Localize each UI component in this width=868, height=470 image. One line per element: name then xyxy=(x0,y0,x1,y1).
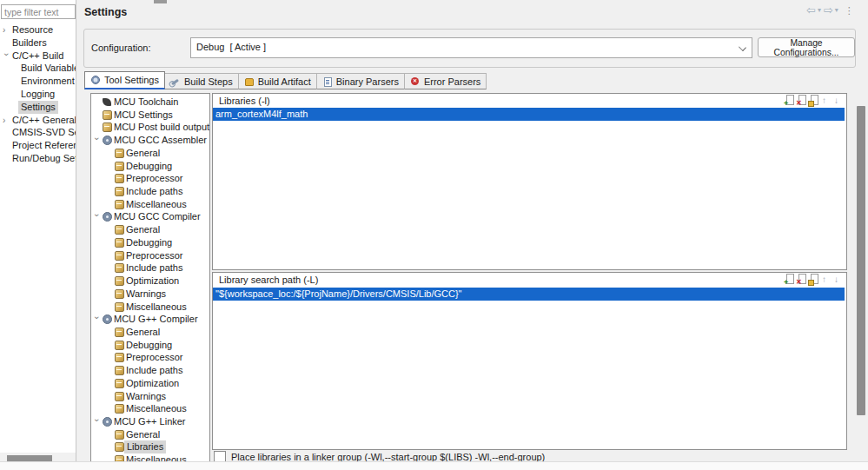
tool-tree-item-general[interactable]: General xyxy=(91,326,209,339)
libraries-panel-header: Libraries (-l) +✕↑↓ xyxy=(213,94,846,108)
view-menu-icon[interactable]: ⋮ xyxy=(845,5,854,17)
sidebar-item-label: Settings xyxy=(18,101,58,114)
binary-parsers-icon xyxy=(322,76,333,87)
category-icon xyxy=(115,392,124,401)
tool-tree-item-general[interactable]: General xyxy=(91,223,209,236)
chevron-collapsed-icon[interactable]: › xyxy=(3,115,10,126)
edit-icon[interactable] xyxy=(808,274,819,285)
tab-binary-parsers[interactable]: Binary Parsers xyxy=(316,73,405,89)
move-up-icon[interactable]: ↑ xyxy=(820,274,832,285)
tool-tree-item-general[interactable]: General xyxy=(91,147,209,160)
properties-dialog: ›ResourceBuilders›C/C++ BuildBuild Varia… xyxy=(0,0,868,470)
tool-tree-item-libraries[interactable]: Libraries xyxy=(91,440,209,453)
tool-tree-item-debugging[interactable]: Debugging xyxy=(91,339,209,352)
tool-tree-item-mcu-toolchain[interactable]: MCU Toolchain xyxy=(91,96,209,109)
filter-input[interactable] xyxy=(1,4,76,19)
tool-tree-item-warnings[interactable]: Warnings xyxy=(91,390,209,403)
tab-build-artifact[interactable]: Build Artifact xyxy=(238,73,317,89)
tool-tree-item-label: Include paths xyxy=(126,185,182,198)
category-icon xyxy=(115,430,124,440)
category-icon xyxy=(115,276,124,286)
sidebar-item-cmsis-svd-settings[interactable]: CMSIS-SVD Settings xyxy=(0,126,76,139)
edit-icon[interactable] xyxy=(808,95,819,106)
scrollbar-thumb[interactable] xyxy=(7,455,52,461)
sidebar-item-settings[interactable]: Settings xyxy=(0,101,76,114)
forward-icon[interactable]: ⇨ xyxy=(824,3,833,17)
tool-tree-item-preprocessor[interactable]: Preprocessor xyxy=(91,351,209,364)
sidebar-item-c-c-build[interactable]: ›C/C++ Build xyxy=(0,50,76,63)
category-icon xyxy=(115,328,124,337)
tool-tree-item-include-paths[interactable]: Include paths xyxy=(91,261,209,275)
tool-tree-item-mcu-gcc-compiler[interactable]: ›MCU GCC Compiler xyxy=(91,210,209,223)
sidebar-item-logging[interactable]: Logging xyxy=(0,88,76,101)
tab-tool-settings[interactable]: Tool Settings xyxy=(84,71,165,89)
tool-tree-item-label: Debugging xyxy=(126,236,172,249)
sidebar-item-label: Builders xyxy=(12,36,47,50)
search-path-list-item[interactable]: "${workspace_loc:/${ProjName}/Drivers/CM… xyxy=(213,288,845,301)
add-icon[interactable]: + xyxy=(784,95,795,106)
sidebar-item-environment[interactable]: Environment xyxy=(0,75,76,88)
tool-tree-item-label: Optimization xyxy=(126,377,179,390)
move-down-icon[interactable]: ↓ xyxy=(832,95,844,106)
chevron-expanded-icon[interactable]: › xyxy=(91,419,103,426)
tab-label: Binary Parsers xyxy=(336,76,399,87)
tool-tree-item-warnings[interactable]: Warnings xyxy=(91,288,209,301)
tool-tree-item-miscellaneous[interactable]: Miscellaneous xyxy=(91,402,209,415)
tool-tree-item-optimization[interactable]: Optimization xyxy=(91,377,209,390)
tool-tree-item-label: General xyxy=(126,326,160,339)
vertical-scrollbar-thumb[interactable] xyxy=(857,106,865,415)
forward-menu-icon[interactable]: ▾ xyxy=(835,3,838,17)
tool-tree-item-label: Debugging xyxy=(126,160,172,173)
tool-tree-item-preprocessor[interactable]: Preprocessor xyxy=(91,172,209,185)
category-icon xyxy=(115,341,124,350)
search-path-panel-title: Library search path (-L) xyxy=(219,275,318,285)
tool-tree-item-optimization[interactable]: Optimization xyxy=(91,275,209,288)
tool-tree-item-label: MCU GCC Compiler xyxy=(114,210,201,223)
delete-icon[interactable]: ✕ xyxy=(796,95,807,106)
tool-tree-item-include-paths[interactable]: Include paths xyxy=(91,364,209,377)
sidebar-item-c-c-general[interactable]: ›C/C++ General xyxy=(0,114,76,127)
chevron-expanded-icon[interactable]: › xyxy=(91,137,103,144)
sidebar-item-label: CMSIS-SVD Settings xyxy=(12,126,76,139)
tool-tree-item-include-paths[interactable]: Include paths xyxy=(91,185,209,198)
library-search-path-panel: Library search path (-L) +✕↑↓ "${workspa… xyxy=(212,272,847,450)
add-icon[interactable]: + xyxy=(784,274,795,285)
tool-icon xyxy=(103,417,112,427)
category-icon xyxy=(103,110,112,120)
error-parsers-icon xyxy=(410,76,421,87)
delete-icon[interactable]: ✕ xyxy=(796,274,807,285)
tool-tree-item-preprocessor[interactable]: Preprocessor xyxy=(91,249,209,262)
sidebar-item-project-reference[interactable]: Project Reference xyxy=(0,139,76,152)
sidebar-item-build-variables[interactable]: Build Variables xyxy=(0,62,76,75)
tool-tree-item-label: Debugging xyxy=(126,339,172,352)
chevron-expanded-icon[interactable]: › xyxy=(91,316,103,323)
tool-tree-item-miscellaneous[interactable]: Miscellaneous xyxy=(91,301,209,314)
tool-tree-item-mcu-settings[interactable]: MCU Settings xyxy=(91,109,209,122)
move-up-icon[interactable]: ↑ xyxy=(820,95,832,106)
sidebar-item-builders[interactable]: Builders xyxy=(0,36,76,50)
sidebar-item-resource[interactable]: ›Resource xyxy=(0,23,76,36)
tool-tree-item-miscellaneous[interactable]: Miscellaneous xyxy=(91,198,209,211)
chevron-collapsed-icon[interactable]: › xyxy=(3,24,10,36)
tool-tree-item-mcu-g-compiler[interactable]: ›MCU G++ Compiler xyxy=(91,313,209,326)
manage-configurations-button[interactable]: Manage Configurations... xyxy=(758,37,855,57)
tool-tree-item-debugging[interactable]: Debugging xyxy=(91,236,209,249)
back-icon[interactable]: ⇦ xyxy=(806,3,816,17)
back-menu-icon[interactable]: ▾ xyxy=(818,3,821,17)
move-down-icon[interactable]: ↓ xyxy=(832,274,844,285)
chevron-expanded-icon[interactable]: › xyxy=(1,53,12,60)
sidebar-item-label: Project Reference xyxy=(12,139,76,152)
tool-tree-item-mcu-post-build-outputs[interactable]: MCU Post build outputs xyxy=(91,121,209,134)
tab-error-parsers[interactable]: Error Parsers xyxy=(404,73,487,89)
tool-tree-item-general[interactable]: General xyxy=(91,428,209,441)
chevron-expanded-icon[interactable]: › xyxy=(91,214,103,221)
tab-build-steps[interactable]: Build Steps xyxy=(164,73,239,89)
tool-tree-item-label: MCU Toolchain xyxy=(114,96,178,109)
library-list-item[interactable]: arm_cortexM4lf_math xyxy=(213,108,845,121)
configuration-combo[interactable]: Debug [ Active ] xyxy=(190,37,752,58)
sidebar-item-run-debug-settings[interactable]: Run/Debug Settings xyxy=(0,152,76,165)
tool-tree-item-debugging[interactable]: Debugging xyxy=(91,160,209,173)
properties-sidebar: ›ResourceBuilders›C/C++ BuildBuild Varia… xyxy=(0,0,76,470)
tool-tree-item-mcu-g-linker[interactable]: ›MCU G++ Linker xyxy=(91,415,209,428)
tool-tree-item-mcu-gcc-assembler[interactable]: ›MCU GCC Assembler xyxy=(91,134,209,147)
